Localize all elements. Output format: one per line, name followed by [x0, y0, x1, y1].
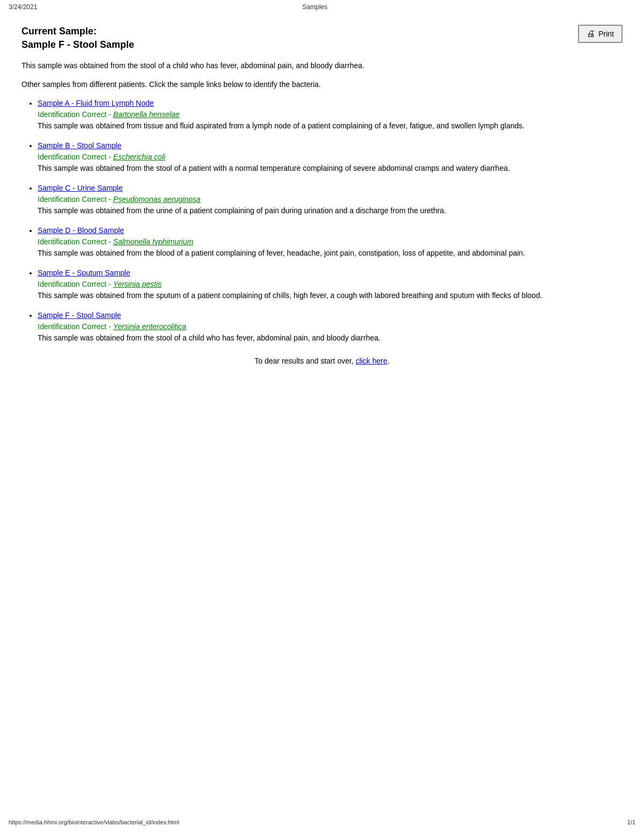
sample-d-bacteria-name: Salmonella typhimurium [113, 237, 193, 246]
clear-results-prefix: To dear results and start over, [254, 357, 355, 365]
sample-a-description: This sample was obtained from tissue and… [38, 121, 524, 130]
sample-d-description: This sample was obtained from the blood … [38, 249, 525, 257]
browser-bar: 3/24/2021 Samples [0, 0, 644, 14]
list-item: Sample B - Stool Sample Identification C… [38, 140, 623, 174]
sample-e-bacteria-name: Yersinia pestis [113, 280, 162, 288]
sample-e-id-prefix: Identification Correct - [38, 280, 113, 288]
clear-results-section: To dear results and start over, click he… [21, 357, 623, 365]
main-content: Current Sample: Sample F - Stool Sample … [0, 14, 644, 387]
printer-icon: 🖨 [587, 29, 595, 39]
sample-e-identification: Identification Correct - Yersinia pestis [38, 280, 162, 288]
intro-text: This sample was obtained from the stool … [21, 60, 424, 71]
sample-c-identification: Identification Correct - Pseudomonas aer… [38, 195, 201, 204]
list-item: Sample F - Stool Sample Identification C… [38, 310, 623, 344]
sample-a-bacteria-link[interactable]: Bartonella henselae [113, 110, 180, 119]
sample-e-link[interactable]: Sample E - Sputum Sample [38, 269, 130, 277]
footer-page-number: 1/1 [627, 819, 635, 825]
sample-f-bacteria-link[interactable]: Yersinia enterocolitica [113, 322, 186, 331]
sample-c-id-prefix: Identification Correct - [38, 195, 113, 204]
footer: https://media.hhmi.org/biointeractive/vl… [0, 819, 644, 825]
sample-e-bacteria-link[interactable]: Yersinia pestis [113, 280, 162, 288]
list-item: Sample E - Sputum Sample Identification … [38, 267, 623, 301]
sample-f-bacteria-name: Yersinia enterocolitica [113, 322, 186, 331]
print-button[interactable]: 🖨 Print [578, 25, 623, 43]
sample-f-id-prefix: Identification Correct - [38, 322, 113, 331]
list-item: Sample A - Fluid from Lymph Node Identif… [38, 98, 623, 132]
sample-d-identification: Identification Correct - Salmonella typh… [38, 237, 193, 246]
sample-b-description: This sample was obtained from the stool … [38, 164, 510, 172]
current-sample-title: Current Sample: Sample F - Stool Sample [21, 25, 134, 52]
sample-a-link[interactable]: Sample A - Fluid from Lymph Node [38, 99, 154, 107]
sample-f-link[interactable]: Sample F - Stool Sample [38, 311, 121, 320]
sample-c-bacteria-link[interactable]: Pseudomonas aeruginosa [113, 195, 201, 204]
print-button-label: Print [598, 30, 614, 38]
sample-f-description: This sample was obtained from the stool … [38, 333, 380, 342]
sample-a-identification: Identification Correct - Bartonella hens… [38, 110, 180, 119]
click-here-link[interactable]: click here [356, 357, 387, 365]
sample-b-id-prefix: Identification Correct - [38, 153, 113, 161]
sample-c-bacteria-name: Pseudomonas aeruginosa [113, 195, 201, 204]
sample-a-id-prefix: Identification Correct - [38, 110, 113, 119]
current-sample-line2: Sample F - Stool Sample [21, 39, 134, 50]
sample-c-link[interactable]: Sample C - Urine Sample [38, 184, 123, 192]
sample-d-link[interactable]: Sample D - Blood Sample [38, 226, 124, 235]
other-samples-intro: Other samples from different patients. C… [21, 79, 424, 90]
samples-list: Sample A - Fluid from Lymph Node Identif… [21, 98, 623, 344]
sample-e-description: This sample was obtained from the sputum… [38, 291, 542, 300]
browser-date: 3/24/2021 [9, 3, 37, 11]
sample-a-bacteria-name: Bartonella henselae [113, 110, 180, 119]
sample-c-description: This sample was obtained from the urine … [38, 206, 446, 215]
footer-url: https://media.hhmi.org/biointeractive/vl… [9, 819, 179, 825]
list-item: Sample D - Blood Sample Identification C… [38, 225, 623, 259]
browser-page-title: Samples [302, 3, 327, 11]
sample-d-id-prefix: Identification Correct - [38, 237, 113, 246]
header-row: Current Sample: Sample F - Stool Sample … [21, 25, 623, 52]
current-sample-line1: Current Sample: [21, 26, 97, 37]
sample-d-bacteria-link[interactable]: Salmonella typhimurium [113, 237, 193, 246]
sample-b-bacteria-name: Escherichia coli [113, 153, 165, 161]
sample-b-link[interactable]: Sample B - Stool Sample [38, 141, 121, 150]
list-item: Sample C - Urine Sample Identification C… [38, 183, 623, 216]
clear-results-suffix: . [387, 357, 390, 365]
sample-b-identification: Identification Correct - Escherichia col… [38, 153, 165, 161]
sample-f-identification: Identification Correct - Yersinia entero… [38, 322, 186, 331]
sample-b-bacteria-link[interactable]: Escherichia coli [113, 153, 165, 161]
